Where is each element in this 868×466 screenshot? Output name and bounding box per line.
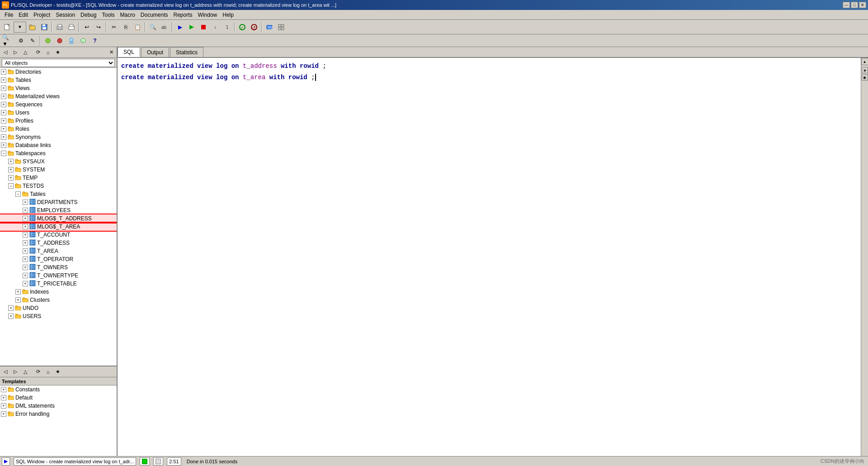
tree-item[interactable]: +Sequences xyxy=(0,100,117,109)
home-button[interactable]: ⌂ xyxy=(43,48,52,57)
tree-item[interactable]: +Tables xyxy=(0,76,117,84)
tree-item[interactable]: +Users xyxy=(0,109,117,117)
tree-expand-icon[interactable]: + xyxy=(1,102,6,107)
grid-button[interactable] xyxy=(276,22,287,33)
tree-item[interactable]: +TEMP xyxy=(0,174,117,182)
tree-expand-icon[interactable]: + xyxy=(23,216,28,221)
scroll-up-btn[interactable]: ▲ xyxy=(861,58,868,65)
cut-button[interactable]: ✂ xyxy=(108,22,119,33)
tree-expand-icon[interactable]: + xyxy=(1,77,6,83)
edit2-button[interactable]: ✎ xyxy=(27,35,38,46)
tree-item[interactable]: +T_PRICETABLE xyxy=(0,280,117,288)
tree-item[interactable]: +SYSAUX xyxy=(0,157,117,166)
templates-bookmark[interactable]: ★ xyxy=(53,367,62,376)
templates-home[interactable]: ⌂ xyxy=(43,367,52,376)
tree-expand-icon[interactable]: + xyxy=(1,118,6,124)
templates-nav-back[interactable]: ◁ xyxy=(1,367,10,376)
tree-item[interactable]: +Directories xyxy=(0,68,117,76)
menu-help[interactable]: Help xyxy=(220,11,236,19)
tree-item[interactable]: +USERS xyxy=(0,312,117,320)
nav-forward[interactable]: ▷ xyxy=(11,48,20,57)
tree-item[interactable]: +T_ACCOUNT xyxy=(0,231,117,239)
find-button[interactable]: 🔍 xyxy=(147,22,158,33)
tree-item[interactable]: +EMPLOYEES xyxy=(0,206,117,214)
open-button[interactable] xyxy=(27,22,38,33)
new-button[interactable] xyxy=(2,22,13,33)
tree-expand-icon[interactable]: + xyxy=(23,248,28,254)
tree-item[interactable]: +T_ADDRESS xyxy=(0,239,117,247)
tree-expand-icon[interactable]: + xyxy=(23,224,28,229)
session-button[interactable]: SQL xyxy=(264,22,275,33)
template-item[interactable]: +Error handling xyxy=(0,410,117,418)
menu-tools[interactable]: Tools xyxy=(99,11,117,19)
execute-button[interactable] xyxy=(186,22,197,33)
tree-expand-icon[interactable]: + xyxy=(8,159,14,164)
tree-expand-icon[interactable]: + xyxy=(1,69,6,75)
tree-item[interactable]: −Tables xyxy=(0,190,117,198)
menu-debug[interactable]: Debug xyxy=(78,11,99,19)
settings-button[interactable]: ⚙ xyxy=(15,35,26,46)
print2-button[interactable] xyxy=(66,22,77,33)
rollback-button[interactable]: ↺ xyxy=(249,22,259,33)
maximize-button[interactable]: □ xyxy=(851,2,858,8)
tree-expand-icon[interactable]: + xyxy=(8,305,14,311)
tree-expand-icon[interactable]: + xyxy=(23,200,28,205)
template-expand-icon[interactable]: + xyxy=(1,395,6,400)
template-item[interactable]: +Constants xyxy=(0,385,117,394)
tree-expand-icon[interactable]: + xyxy=(1,94,6,99)
connect2-button[interactable]: + xyxy=(78,35,89,46)
tree-item[interactable]: −Tablespaces xyxy=(0,149,117,157)
compile-button[interactable]: ▶ xyxy=(175,22,185,33)
minimize-button[interactable]: — xyxy=(843,2,850,8)
template-expand-icon[interactable]: + xyxy=(1,411,6,417)
disconnect-button[interactable] xyxy=(54,35,65,46)
tree-item[interactable]: +Materialized views xyxy=(0,92,117,100)
tree-item[interactable]: +Clusters xyxy=(0,296,117,304)
template-item[interactable]: +DML statements xyxy=(0,402,117,410)
tree-item[interactable]: +T_OWNERS xyxy=(0,263,117,271)
template-expand-icon[interactable]: + xyxy=(1,403,6,409)
tree-item[interactable]: +T_OWNERTYPE xyxy=(0,271,117,280)
tab-statistics[interactable]: Statistics xyxy=(170,47,203,57)
menu-session[interactable]: Session xyxy=(53,11,78,19)
tree-expand-icon[interactable]: + xyxy=(23,240,28,246)
undo-button[interactable]: ↩ xyxy=(81,22,92,33)
tree-expand-icon[interactable]: − xyxy=(8,183,14,189)
tree-expand-icon[interactable]: + xyxy=(23,273,28,278)
template-item[interactable]: +Default xyxy=(0,394,117,402)
tree-expand-icon[interactable]: + xyxy=(15,289,21,295)
tree-item[interactable]: +T_AREA xyxy=(0,247,117,255)
tree-expand-icon[interactable]: + xyxy=(8,167,14,172)
step-button[interactable]: ↓ xyxy=(210,22,221,33)
nav-back[interactable]: ◁ xyxy=(1,48,10,57)
tree-item[interactable]: +MLOG$_T_AREA xyxy=(0,223,117,231)
tree-item[interactable]: +MLOG$_T_ADDRESS xyxy=(0,214,117,223)
templates-tree[interactable]: +Constants+Default+DML statements+Error … xyxy=(0,385,117,456)
tree-expand-icon[interactable]: + xyxy=(15,297,21,303)
connect-button[interactable] xyxy=(42,35,53,46)
redo-button[interactable]: ↪ xyxy=(93,22,104,33)
paste-button[interactable]: 📋 xyxy=(132,22,143,33)
tree-item[interactable]: +UNDO xyxy=(0,304,117,312)
tree-item[interactable]: +DEPARTMENTS xyxy=(0,198,117,206)
close-panel-button[interactable]: ✕ xyxy=(107,48,116,57)
tree-item[interactable]: +Roles xyxy=(0,125,117,133)
title-bar-controls[interactable]: — □ ✕ xyxy=(843,2,866,8)
close-button[interactable]: ✕ xyxy=(859,2,866,8)
menu-reports[interactable]: Reports xyxy=(171,11,195,19)
templates-refresh[interactable]: ⟳ xyxy=(33,367,42,376)
tree-item[interactable]: +Database links xyxy=(0,141,117,149)
tab-sql[interactable]: SQL xyxy=(118,47,140,57)
tree-item[interactable]: +Indexes xyxy=(0,288,117,296)
commit-button[interactable]: ✓ xyxy=(237,22,248,33)
tree-expand-icon[interactable]: + xyxy=(23,208,28,213)
tree-expand-icon[interactable]: − xyxy=(1,151,6,156)
bookmark-button[interactable]: ★ xyxy=(53,48,62,57)
menu-window[interactable]: Window xyxy=(195,11,220,19)
tree-item[interactable]: +SYSTEM xyxy=(0,166,117,174)
print-button[interactable] xyxy=(54,22,65,33)
tree-item[interactable]: +T_OPERATOR xyxy=(0,255,117,263)
right-icon-1[interactable]: ◈ xyxy=(862,67,868,73)
tree-expand-icon[interactable]: + xyxy=(1,86,6,91)
filter-dropdown[interactable]: All objects xyxy=(2,59,115,67)
